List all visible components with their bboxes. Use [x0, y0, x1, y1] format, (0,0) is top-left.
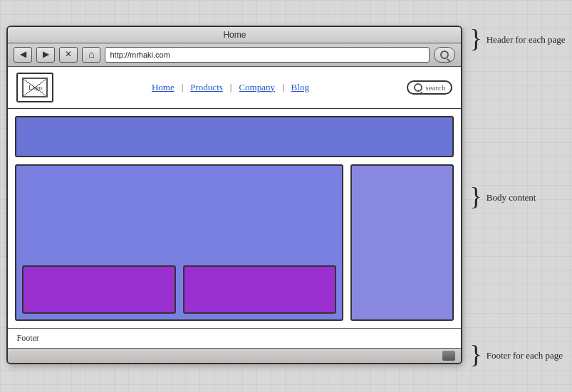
logo: Logo: [16, 73, 53, 102]
footer-bracket: }: [469, 341, 482, 367]
site-footer: Footer: [8, 328, 461, 348]
close-icon: ✕: [65, 49, 72, 60]
website-content: Logo Home | Products | Company | Blog se…: [8, 67, 461, 348]
content-boxes: [22, 265, 336, 314]
header-annotation-label: Header for each page: [487, 31, 566, 46]
main-content: [15, 164, 343, 321]
browser-bottom-bar: [8, 348, 461, 363]
site-nav: Home | Products | Company | Blog: [61, 82, 400, 93]
nav-blog-link[interactable]: Blog: [284, 82, 316, 93]
page-wrapper: Home ◀ ▶ ✕ ⌂: [6, 26, 565, 367]
search-icon: [414, 83, 422, 92]
browser-window: Home ◀ ▶ ✕ ⌂: [6, 26, 462, 364]
logo-text: Logo: [28, 84, 42, 91]
close-button[interactable]: ✕: [59, 47, 78, 63]
annotations-panel: } Header for each page } Body content } …: [462, 26, 565, 367]
header-bracket: }: [469, 26, 482, 51]
body-bracket: }: [469, 184, 482, 209]
back-icon: ◀: [20, 49, 26, 60]
nav-company-link[interactable]: Company: [232, 82, 282, 93]
content-box-1: [22, 265, 176, 314]
search-text: search: [425, 83, 445, 92]
browser-nav-bar: ◀ ▶ ✕ ⌂: [8, 43, 461, 67]
footer-text: Footer: [16, 333, 38, 343]
main-content-top: [22, 171, 336, 260]
logo-icon: Logo: [22, 78, 48, 97]
back-button[interactable]: ◀: [14, 47, 32, 63]
browser-search-icon: [440, 51, 449, 59]
forward-icon: ▶: [43, 49, 49, 60]
site-header: Logo Home | Products | Company | Blog se…: [8, 67, 461, 109]
browser-title: Home: [223, 30, 246, 40]
header-annotation: } Header for each page: [469, 26, 565, 51]
forward-button[interactable]: ▶: [36, 47, 55, 63]
address-bar[interactable]: [105, 47, 430, 63]
scroll-icon: [442, 351, 455, 361]
content-row: [15, 164, 454, 321]
body-annotation: } Body content: [469, 184, 565, 209]
home-icon: ⌂: [88, 49, 94, 60]
body-annotation-label: Body content: [487, 189, 536, 203]
sidebar: [350, 164, 454, 321]
content-box-2: [183, 265, 337, 314]
nav-home-link[interactable]: Home: [145, 82, 182, 93]
footer-annotation: } Footer for each page: [469, 341, 565, 367]
title-bar: Home: [8, 27, 461, 43]
site-search[interactable]: search: [407, 80, 452, 95]
footer-annotation-label: Footer for each page: [487, 347, 563, 361]
home-button[interactable]: ⌂: [82, 47, 100, 63]
browser-search-button[interactable]: [434, 47, 455, 63]
site-body: [8, 109, 461, 328]
banner: [15, 116, 454, 157]
nav-products-link[interactable]: Products: [183, 82, 230, 93]
